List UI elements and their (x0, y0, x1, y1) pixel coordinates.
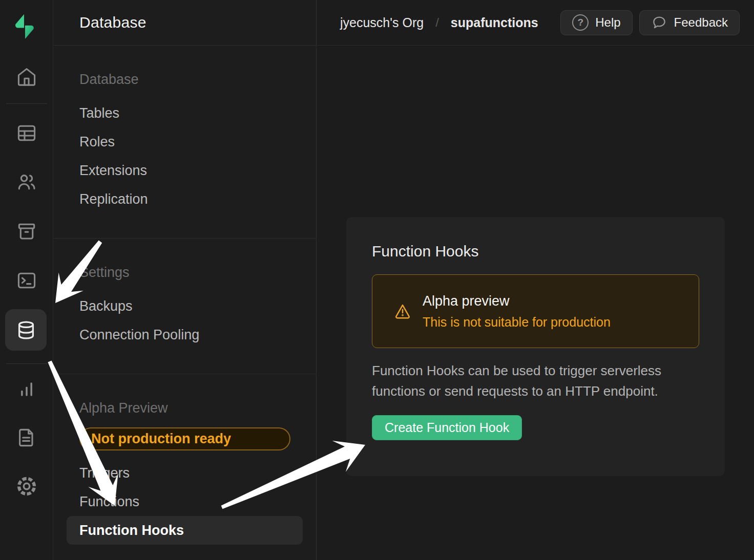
function-hooks-card: Function Hooks Alpha preview This is not… (346, 217, 725, 476)
sidebar-section-settings: Settings Backups Connection Pooling (54, 239, 316, 374)
card-title: Function Hooks (372, 243, 699, 260)
question-mark-icon: ? (572, 14, 589, 31)
feedback-button[interactable]: Feedback (639, 10, 740, 35)
section-label: Database (54, 67, 316, 92)
alert-texts: Alpha preview This is not suitable for p… (423, 293, 611, 330)
create-function-hook-button[interactable]: Create Function Hook (372, 415, 522, 440)
sidebar-item-functions[interactable]: Functions (54, 487, 316, 516)
feedback-label: Feedback (674, 15, 728, 30)
table-editor-icon[interactable] (14, 121, 39, 145)
main-header: jyecusch's Org / supafunctions ? Help Fe… (317, 0, 754, 46)
alert-title: Alpha preview (423, 293, 611, 309)
card-description: Function Hooks can be used to trigger se… (372, 360, 699, 401)
database-sidebar: Database Database Tables Roles Extension… (54, 0, 317, 560)
sidebar-header: Database (54, 0, 316, 46)
alert-subtitle: This is not suitable for production (423, 315, 611, 330)
sidebar-item-roles[interactable]: Roles (54, 127, 316, 156)
sidebar-item-tables[interactable]: Tables (54, 99, 316, 127)
supabase-dashboard: Database Database Tables Roles Extension… (0, 0, 754, 560)
section-label: Settings (54, 260, 316, 285)
sidebar-item-extensions[interactable]: Extensions (54, 156, 316, 185)
warning-triangle-icon (394, 303, 411, 320)
database-icon (14, 318, 38, 342)
not-production-ready-badge: Not production ready (79, 427, 290, 450)
section-label: Alpha Preview (54, 396, 316, 420)
database-rail-icon[interactable] (5, 309, 47, 351)
storage-icon[interactable] (14, 219, 39, 244)
alpha-preview-alert: Alpha preview This is not suitable for p… (372, 274, 699, 348)
sidebar-item-replication[interactable]: Replication (54, 185, 316, 213)
header-actions: ? Help Feedback (560, 10, 740, 35)
breadcrumb-org[interactable]: jyecusch's Org (340, 15, 424, 30)
help-label: Help (595, 15, 620, 30)
sql-editor-icon[interactable] (14, 268, 39, 293)
sidebar-section-database: Database Tables Roles Extensions Replica… (54, 46, 316, 239)
reports-icon[interactable] (14, 377, 39, 401)
sidebar-title: Database (79, 14, 146, 31)
breadcrumb: jyecusch's Org / supafunctions (340, 15, 538, 30)
sidebar-section-alpha-preview: Alpha Preview Not production ready Trigg… (54, 374, 316, 560)
chat-bubble-icon (651, 14, 667, 31)
breadcrumb-project[interactable]: supafunctions (451, 15, 538, 30)
help-button[interactable]: ? Help (560, 10, 632, 35)
supabase-logo-icon[interactable] (6, 6, 47, 47)
main-area: jyecusch's Org / supafunctions ? Help Fe… (317, 0, 754, 560)
sidebar-item-function-hooks[interactable]: Function Hooks (67, 516, 303, 545)
sidebar-item-backups[interactable]: Backups (54, 292, 316, 320)
auth-users-icon[interactable] (14, 170, 39, 195)
logs-icon[interactable] (14, 425, 39, 450)
rail-divider (6, 103, 47, 104)
icon-rail (0, 0, 53, 560)
sidebar-item-connection-pooling[interactable]: Connection Pooling (54, 320, 316, 349)
breadcrumb-separator: / (435, 15, 439, 30)
sidebar-item-triggers[interactable]: Triggers (54, 459, 316, 487)
settings-gear-icon[interactable] (14, 474, 39, 499)
rail-divider (6, 363, 47, 364)
home-icon[interactable] (14, 64, 39, 89)
